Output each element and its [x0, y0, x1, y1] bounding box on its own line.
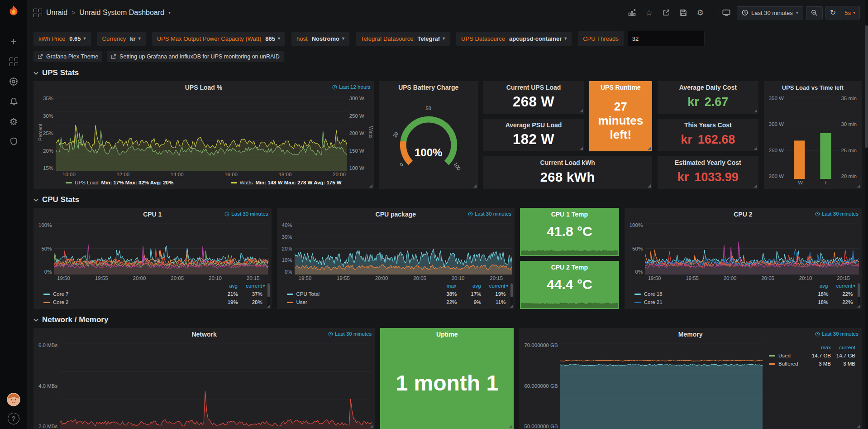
chevron-down-icon[interactable]: ▾ — [168, 10, 171, 15]
legend-sort-current[interactable]: current — [831, 345, 855, 350]
legend-series[interactable]: CPU Total — [287, 291, 433, 297]
panel-ups-battery-charge: UPS Battery Charge 0 20 50 100 100% — [379, 81, 478, 189]
panel-header[interactable]: UPS Load % Last 12 hours — [33, 81, 374, 94]
refresh-button[interactable]: ↻ — [826, 6, 840, 19]
cpu1-chart[interactable] — [54, 222, 268, 275]
panel-header[interactable]: Estimated Yearly Cost — [658, 156, 758, 169]
legend-sort-max[interactable]: max — [806, 345, 831, 350]
variable-host[interactable]: host Nostromo▾ — [291, 32, 349, 46]
panel-header[interactable]: CPU 1 Last 30 minutes — [33, 208, 272, 221]
add-panel-icon[interactable] — [625, 7, 639, 19]
legend-series[interactable]: Core 7 — [43, 291, 214, 297]
save-icon[interactable] — [676, 7, 691, 19]
load-vs-time-chart[interactable] — [786, 96, 839, 179]
row-toggle-cpu-stats[interactable]: CPU Stats — [27, 189, 868, 208]
server-admin-shield-icon[interactable] — [4, 131, 24, 151]
refresh-interval-button[interactable]: 5s ▾ — [840, 6, 859, 19]
panel-header[interactable]: CPU 2 Temp — [520, 261, 619, 274]
breadcrumb-folder[interactable]: Unraid — [46, 9, 67, 17]
stat-value: kr2.67 — [687, 95, 728, 109]
legend-series[interactable]: Core 21 — [634, 299, 804, 305]
cpu-package-chart[interactable] — [295, 222, 512, 275]
panel-header[interactable]: CPU 2 Last 30 minutes — [625, 208, 862, 221]
apps-grid-icon[interactable] — [33, 9, 42, 17]
cpu2-chart[interactable] — [645, 222, 859, 275]
y-axis-left: 6.0 MBs4.0 MBs2.0 MBs — [36, 342, 60, 429]
add-icon[interactable]: + — [4, 32, 24, 52]
legend-sort-avg[interactable]: avg — [213, 283, 238, 289]
variable-currency[interactable]: Currency kr▾ — [97, 32, 146, 46]
panel-header[interactable]: UPS Battery Charge — [379, 81, 478, 94]
legend-series[interactable]: Used — [769, 353, 806, 358]
panel-header[interactable]: Current Load kWh — [483, 156, 652, 169]
variable-ups-datasource[interactable]: UPS Datasource apcupsd-container▾ — [456, 32, 572, 46]
chevron-down-icon: ▾ — [84, 36, 86, 41]
panel-average-psu-load: Average PSU Load 182 W — [483, 119, 584, 151]
legend-series[interactable]: Buffered — [769, 361, 806, 366]
ups-load-chart[interactable] — [56, 96, 347, 171]
explore-compass-icon[interactable] — [4, 72, 24, 92]
time-badge[interactable]: Last 30 minutes — [224, 211, 268, 217]
panel-header[interactable]: Uptime — [380, 328, 514, 341]
legend-sort-current[interactable]: current — [481, 283, 506, 289]
row-toggle-ups-stats[interactable]: UPS Stats — [27, 62, 868, 81]
time-badge[interactable]: Last 30 minutes — [328, 331, 372, 337]
panel-header[interactable]: UPS Load vs Time left — [764, 81, 862, 94]
legend-scrollbar[interactable] — [858, 282, 860, 307]
panel-header[interactable]: Average PSU Load — [483, 119, 584, 131]
grafana-logo-icon[interactable] — [6, 5, 21, 20]
zoom-out-button[interactable] — [806, 6, 823, 19]
legend-series-ups-load[interactable]: UPS Load Min: 17% Max: 32% Avg: 20% — [66, 180, 173, 185]
stat-value: 44.4 °C — [547, 277, 592, 292]
breadcrumb-dashboard-title[interactable]: Unraid System Dashboard — [79, 9, 164, 17]
legend-scrollbar[interactable] — [267, 282, 270, 307]
panel-header[interactable]: This Years Cost — [658, 119, 758, 131]
legend-sort-current[interactable]: current — [238, 283, 262, 289]
cpu-threads-input[interactable] — [628, 31, 705, 46]
time-badge[interactable]: Last 30 minutes — [815, 331, 858, 337]
legend-sort-avg[interactable]: avg — [803, 283, 828, 289]
configuration-gear-icon[interactable]: ⚙ — [4, 111, 24, 131]
x-axis: 19:5019:5520:0020:0520:1020:15 — [299, 275, 503, 281]
share-icon[interactable] — [659, 7, 673, 19]
memory-chart[interactable] — [560, 342, 763, 429]
variable-kwh-price[interactable]: kWh Price 0.65▾ — [33, 32, 91, 46]
dashboard-link[interactable]: Grafana Plex Theme — [33, 51, 102, 62]
legend-series-watts[interactable]: Watts Min: 148 W Max: 278 W Avg: 175 W — [231, 180, 342, 185]
dashboards-icon[interactable] — [4, 52, 24, 72]
legend-sort-avg[interactable]: avg — [457, 283, 481, 289]
panel-header[interactable]: Memory Last 30 minutes — [519, 328, 862, 341]
time-badge[interactable]: Last 12 hours — [332, 84, 371, 90]
battery-gauge[interactable]: 0 20 50 100 100% — [390, 106, 467, 179]
alerting-bell-icon[interactable] — [4, 92, 24, 111]
time-badge[interactable]: Last 30 minutes — [468, 211, 511, 217]
panel-header[interactable]: UPS Runtime — [589, 81, 652, 94]
panel-header[interactable]: Current UPS Load — [483, 81, 584, 94]
top-navbar: Unraid > Unraid System Dashboard ▾ ☆ ⚙ — [27, 0, 868, 25]
time-badge[interactable]: Last 30 minutes — [815, 211, 858, 217]
variable-ups-max-output[interactable]: UPS Max Output Power Capacity (Watt) 865… — [152, 32, 285, 46]
help-icon[interactable]: ? — [8, 413, 19, 424]
legend-series[interactable]: User — [287, 299, 433, 305]
star-icon[interactable]: ☆ — [642, 7, 656, 19]
chevron-down-icon: ▾ — [443, 36, 445, 41]
time-range-picker[interactable]: Last 30 minutes ▾ — [737, 6, 803, 19]
legend-scrollbar[interactable] — [510, 282, 513, 307]
panel-header[interactable]: Average Daily Cost — [658, 81, 758, 94]
tv-kiosk-icon[interactable] — [719, 6, 734, 19]
panel-header[interactable]: CPU package Last 30 minutes — [277, 208, 515, 221]
legend-sort-max[interactable]: max — [432, 283, 457, 289]
legend-series[interactable]: Core 18 — [634, 291, 804, 297]
variable-telegraf-datasource[interactable]: Telegraf Datasource Telegraf▾ — [356, 32, 450, 46]
legend-series[interactable]: Core 2 — [43, 299, 214, 305]
dashboard-settings-gear-icon[interactable]: ⚙ — [693, 7, 707, 19]
network-chart[interactable] — [60, 342, 372, 429]
legend-sort-current[interactable]: current — [828, 283, 852, 289]
y-axis-title-right: Watts — [368, 126, 374, 139]
row-toggle-network-memory[interactable]: Network / Memory — [27, 309, 868, 328]
user-avatar[interactable] — [7, 393, 20, 406]
panel-header[interactable]: Network Last 30 minutes — [33, 328, 375, 341]
page-scrollbar[interactable] — [865, 0, 868, 429]
panel-header[interactable]: CPU 1 Temp — [520, 208, 619, 221]
dashboard-link[interactable]: Setting up Grafana and InfluxDB for UPS … — [107, 51, 284, 62]
